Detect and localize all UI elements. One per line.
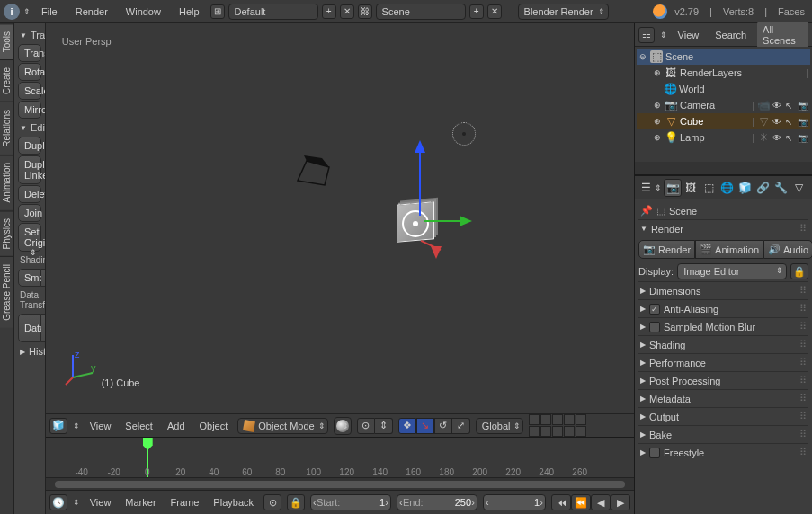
grip-icon[interactable]: ⠿ xyxy=(799,357,807,368)
prop-editor-type-icon[interactable]: ☰ xyxy=(637,179,655,197)
data-tab-icon[interactable]: ▽ xyxy=(790,179,808,197)
vtab-physics[interactable]: Physics xyxy=(0,210,13,256)
scene-add-btn[interactable]: + xyxy=(469,4,484,19)
modifiers-tab-icon[interactable]: 🔧 xyxy=(772,179,790,197)
orientation-dropdown[interactable]: Global xyxy=(476,418,524,434)
selectable-toggle-icon[interactable]: ↖ xyxy=(785,101,796,111)
screen-layout-icon[interactable]: ⊞ xyxy=(210,4,225,19)
scene-tab-icon[interactable]: ⬚ xyxy=(700,179,718,197)
panel-metadata[interactable]: ▶Metadata⠿ xyxy=(638,389,808,407)
expand-icon[interactable]: ⊕ xyxy=(653,68,662,77)
render-toggle-icon[interactable]: 📷 xyxy=(798,101,808,111)
add-menu[interactable]: Add xyxy=(163,419,190,433)
layers-widget[interactable] xyxy=(529,414,586,437)
checkbox-icon[interactable] xyxy=(649,322,660,332)
outliner-tree[interactable]: ⊖ ⬚ Scene ⊕ 🖼 RenderLayers | 🌐 World ⊕ 📷 xyxy=(635,47,812,162)
editor-type-3dview-icon[interactable]: 🧊 xyxy=(49,418,67,434)
3dhdr-dd-icon[interactable]: ⇕ xyxy=(73,421,80,430)
prop-dd-icon[interactable]: ⇕ xyxy=(655,183,664,192)
grip-icon[interactable]: ⠿ xyxy=(799,429,807,440)
tree-lamp[interactable]: ⊕ 💡 Lamp | ☀ 👁↖📷 xyxy=(637,129,810,146)
vtab-create[interactable]: Create xyxy=(0,59,13,102)
scene-del-btn[interactable]: ✕ xyxy=(487,4,502,19)
panel-sampled-motion-blur[interactable]: ▶Sampled Motion Blur⠿ xyxy=(638,317,808,335)
3d-viewport[interactable]: User Persp xyxy=(46,23,634,413)
outliner-editor-icon[interactable]: ☷ xyxy=(638,27,655,43)
render-tab-icon[interactable]: 📷 xyxy=(664,179,682,197)
menu-window[interactable]: Window xyxy=(119,3,168,21)
x-axis-arrow[interactable] xyxy=(431,246,442,259)
pivot-dd-icon[interactable]: ⇕ xyxy=(375,418,393,434)
duplicate-linked-button[interactable]: Duplicate Linked xyxy=(18,155,41,184)
grip-icon[interactable]: ⠿ xyxy=(799,339,807,350)
tree-world[interactable]: 🌐 World xyxy=(637,81,810,97)
panel-shading[interactable]: ▶Shading⠿ xyxy=(638,335,808,353)
ol-filter-tab[interactable]: All Scenes xyxy=(757,22,808,49)
timeline-canvas[interactable]: -40 -20 0 20 40 60 80 100 120 140 160 18… xyxy=(46,438,634,478)
layout-dropdown[interactable] xyxy=(228,4,318,20)
jump-start-icon[interactable]: ⏮ xyxy=(551,494,571,510)
render-panel-header[interactable]: ▼ Render ⠿ xyxy=(638,219,808,237)
duplicate-button[interactable]: Duplicate xyxy=(18,137,41,155)
transform-panel-header[interactable]: ▼ Transform xyxy=(18,27,41,43)
visibility-toggle-icon[interactable]: 👁 xyxy=(772,101,783,111)
grip-icon[interactable]: ⠿ xyxy=(799,447,807,458)
panel-anti-aliasing[interactable]: ▶✓Anti-Aliasing⠿ xyxy=(638,299,808,317)
prev-key-icon[interactable]: ⏪ xyxy=(571,494,591,510)
scale-button[interactable]: Scale xyxy=(18,82,41,100)
grip-icon[interactable]: ⠿ xyxy=(799,411,807,422)
3d-manipulator[interactable] xyxy=(402,210,429,237)
scene-name-input[interactable] xyxy=(380,4,461,19)
grip-icon[interactable]: ⠿ xyxy=(799,393,807,404)
world-tab-icon[interactable]: 🌐 xyxy=(718,179,736,197)
object-tab-icon[interactable]: 🧊 xyxy=(736,179,754,197)
panel-post-processing[interactable]: ▶Post Processing⠿ xyxy=(638,371,808,389)
panel-dimensions[interactable]: ▶Dimensions⠿ xyxy=(638,281,808,299)
manip-rotate-icon[interactable]: ↺ xyxy=(434,418,452,434)
tree-camera[interactable]: ⊕ 📷 Camera | 📹 👁↖📷 xyxy=(637,97,810,113)
tl-lock-icon[interactable]: 🔒 xyxy=(287,494,305,510)
info-editor-icon[interactable]: i xyxy=(4,4,20,20)
set-origin-dropdown[interactable]: Set Origin xyxy=(18,223,41,252)
renderlayers-tab-icon[interactable]: 🖼 xyxy=(682,179,700,197)
menu-file[interactable]: File xyxy=(34,3,65,21)
tree-cube[interactable]: ⊕ ▽ Cube | ▽ 👁↖📷 xyxy=(637,113,810,129)
render-button[interactable]: 📷Render xyxy=(638,240,695,259)
manip-scale-icon[interactable]: ⤢ xyxy=(452,418,470,434)
rotate-button[interactable]: Rotate xyxy=(18,63,41,81)
menu-help[interactable]: Help xyxy=(172,3,207,21)
vtab-grease-pencil[interactable]: Grease Pencil xyxy=(0,256,13,328)
render-engine-dropdown[interactable]: Blender Render xyxy=(518,4,609,20)
vtab-relations[interactable]: Relations xyxy=(0,102,13,155)
tl-marker-menu[interactable]: Marker xyxy=(120,495,160,510)
mode-dropdown[interactable]: Object Mode xyxy=(237,418,327,434)
smooth-button[interactable]: Smooth xyxy=(18,269,41,287)
ol-dd-icon[interactable]: ⇕ xyxy=(660,31,667,40)
selectable-toggle-icon[interactable]: ↖ xyxy=(785,133,796,143)
camera-object-icon[interactable] xyxy=(293,154,338,191)
checkbox-icon[interactable] xyxy=(649,448,660,458)
data-button[interactable]: Data xyxy=(18,314,41,342)
panel-freestyle[interactable]: ▶Freestyle⠿ xyxy=(638,443,808,461)
timeline-editor-icon[interactable]: 🕓 xyxy=(49,494,67,510)
grip-icon[interactable]: ⠿ xyxy=(799,285,807,297)
layout-del-btn[interactable]: ✕ xyxy=(340,4,354,19)
join-button[interactable]: Join xyxy=(18,204,41,222)
tl-range-icon[interactable]: ⊙ xyxy=(263,494,281,510)
animation-button[interactable]: 🎬Animation xyxy=(695,240,763,259)
grip-icon[interactable]: ⠿ xyxy=(799,321,807,332)
layout-add-btn[interactable]: + xyxy=(322,4,336,19)
display-dropdown[interactable]: Image Editor xyxy=(677,263,787,279)
shading-dropdown[interactable] xyxy=(334,417,352,435)
panel-bake[interactable]: ▶Bake⠿ xyxy=(638,425,808,443)
y-axis-arrow[interactable] xyxy=(460,216,472,226)
mirror-button[interactable]: Mirror xyxy=(18,101,41,119)
ol-view-menu[interactable]: View xyxy=(673,27,705,43)
pivot-icon[interactable]: ⊙ xyxy=(357,418,375,434)
pin-icon[interactable]: 📌 xyxy=(640,205,653,217)
editor-type-dd-icon[interactable]: ⇕ xyxy=(23,7,31,16)
grip-icon[interactable]: ⠿ xyxy=(799,375,807,386)
tl-dd-icon[interactable]: ⇕ xyxy=(73,498,80,507)
grip-icon[interactable]: ⠿ xyxy=(799,223,807,235)
expand-icon[interactable]: ⊕ xyxy=(653,117,662,126)
